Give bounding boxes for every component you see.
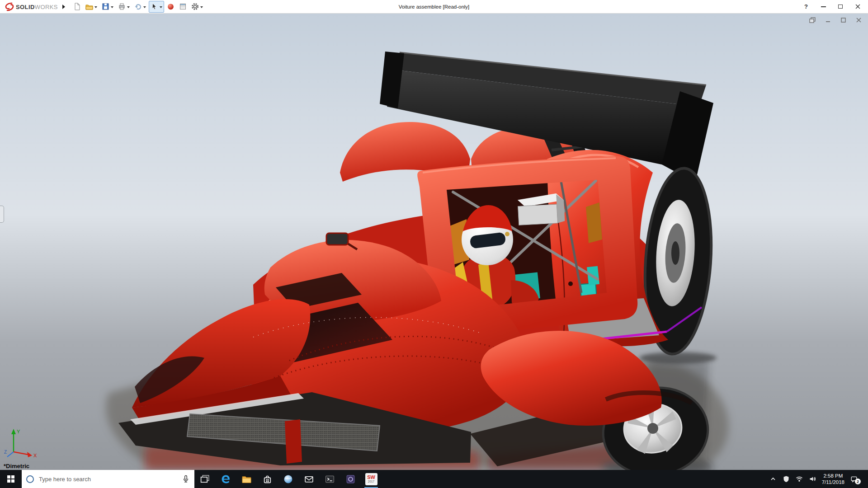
maximize-icon	[840, 17, 846, 23]
edge-browser-button[interactable]	[215, 470, 236, 488]
options-dropdown-caret[interactable]	[200, 6, 203, 8]
minimize-icon	[821, 6, 826, 7]
edge-icon	[221, 474, 231, 484]
options-button[interactable]	[189, 1, 205, 13]
terminal-button[interactable]	[319, 470, 340, 488]
new-document-button[interactable]	[71, 1, 83, 13]
document-window-controls	[808, 16, 863, 23]
dassault-logo-icon	[5, 2, 14, 11]
microphone-icon[interactable]	[182, 475, 190, 483]
brand-works: WORKS	[35, 4, 58, 10]
file-explorer-button[interactable]	[236, 470, 257, 488]
titlebar: SOLIDWORKS	[0, 0, 868, 14]
taskbar-clock[interactable]: 2:58 PM 7/11/2018	[822, 473, 844, 485]
doc-maximize-button[interactable]	[839, 16, 847, 23]
browser-globe-icon	[283, 474, 293, 484]
restore-icon	[809, 17, 816, 23]
triad-x-label: X	[33, 453, 37, 458]
store-bag-icon	[262, 474, 273, 484]
system-tray: 2:58 PM 7/11/2018 2	[769, 470, 868, 488]
task-view-icon	[200, 474, 210, 484]
close-icon	[855, 4, 860, 9]
minimize-icon	[825, 17, 831, 23]
save-dropdown-caret[interactable]	[111, 6, 113, 8]
chevron-up-icon	[769, 475, 777, 483]
quick-access-toolbar	[71, 1, 205, 13]
doc-close-button[interactable]	[854, 16, 863, 23]
windows-taskbar: SW 2017 2:58 PM 7/11/2018 2	[0, 470, 868, 488]
clock-time: 2:58 PM	[823, 473, 843, 479]
print-dropdown-caret[interactable]	[127, 6, 130, 8]
doc-restore-button[interactable]	[808, 16, 816, 23]
start-button[interactable]	[0, 470, 22, 488]
print-button[interactable]	[116, 1, 132, 13]
maximize-button[interactable]	[832, 0, 849, 13]
select-tool-button[interactable]	[149, 1, 164, 13]
network-tray-button[interactable]	[796, 475, 803, 483]
taskbar-search[interactable]	[22, 470, 194, 488]
volume-tray-button[interactable]	[809, 475, 816, 483]
triad-y-label: Y	[17, 429, 20, 434]
view-orientation-label: *Dimetric	[4, 463, 29, 469]
appearance-sphere-icon	[167, 3, 175, 10]
mail-icon	[304, 474, 314, 484]
solidworks-app-icon: SW 2017	[365, 473, 377, 485]
wifi-icon	[796, 475, 803, 483]
view-settings-button[interactable]	[177, 1, 189, 13]
maximize-icon	[838, 5, 843, 9]
close-button[interactable]	[849, 0, 866, 13]
cortana-icon	[26, 475, 34, 483]
minimize-button[interactable]	[815, 0, 832, 13]
mail-button[interactable]	[298, 470, 319, 488]
help-button[interactable]: ?	[797, 0, 815, 13]
tray-overflow-button[interactable]	[769, 475, 777, 483]
app-icon	[345, 474, 356, 484]
doc-minimize-button[interactable]	[824, 16, 832, 23]
open-dropdown-caret[interactable]	[94, 6, 97, 8]
graphics-area: Y X Z *Dimetric	[0, 14, 868, 470]
gear-icon	[191, 3, 199, 10]
shield-icon	[783, 475, 790, 483]
undo-button[interactable]	[132, 1, 148, 13]
solidworks-app-button[interactable]: SW 2017	[361, 470, 382, 488]
terminal-icon	[325, 474, 335, 484]
app-button[interactable]	[340, 470, 361, 488]
assembly-3d-view[interactable]	[0, 14, 868, 470]
notification-badge: 2	[855, 479, 861, 484]
triad-z-label: Z	[4, 450, 7, 455]
brand-solid: SOLID	[16, 4, 35, 10]
volume-icon	[809, 475, 816, 483]
appearance-button[interactable]	[165, 1, 176, 13]
save-button[interactable]	[100, 1, 115, 13]
security-tray-button[interactable]	[783, 475, 790, 483]
save-icon	[102, 3, 109, 10]
new-document-icon	[73, 3, 81, 10]
document-properties-icon	[179, 3, 187, 10]
open-folder-icon	[85, 3, 93, 10]
windows-logo-icon	[7, 475, 14, 483]
file-explorer-icon	[241, 474, 252, 484]
undo-dropdown-caret[interactable]	[143, 6, 146, 8]
orientation-triad: Y X Z	[4, 426, 42, 459]
commandmanager-flyout-arrow[interactable]	[62, 5, 65, 9]
search-input[interactable]	[38, 475, 178, 483]
action-center-button[interactable]: 2	[850, 475, 858, 483]
select-dropdown-caret[interactable]	[160, 6, 162, 8]
feature-panel-collapsed-tab[interactable]	[0, 206, 4, 223]
select-cursor-icon	[151, 3, 158, 10]
solidworks-logo: SOLIDWORKS	[2, 2, 58, 11]
print-icon	[118, 3, 126, 10]
task-view-button[interactable]	[194, 470, 215, 488]
store-button[interactable]	[257, 470, 278, 488]
undo-icon	[134, 3, 142, 10]
clock-date: 7/11/2018	[822, 479, 844, 485]
close-icon	[856, 17, 862, 23]
open-button[interactable]	[84, 1, 99, 13]
browser-button[interactable]	[278, 470, 298, 488]
